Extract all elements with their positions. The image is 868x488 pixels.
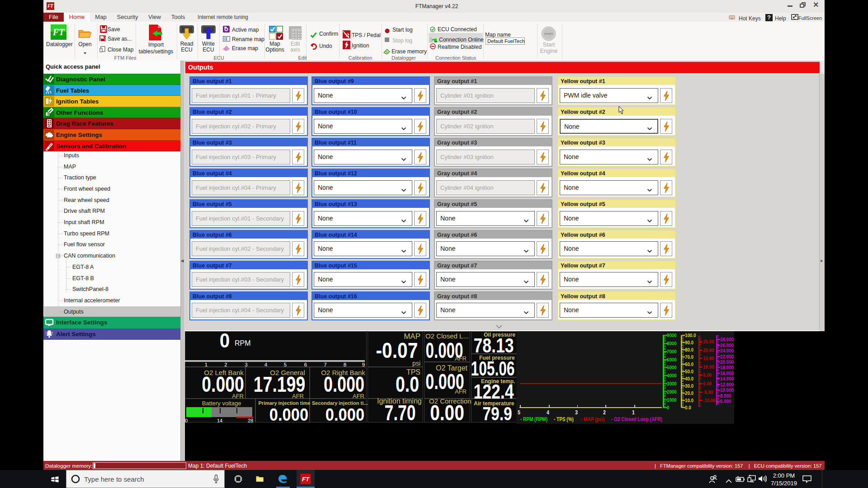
svg-text:FT: FT xyxy=(52,27,65,37)
svg-text:START: START xyxy=(544,33,553,35)
svg-text:FT: FT xyxy=(302,476,310,483)
svg-text:FT: FT xyxy=(47,4,53,9)
